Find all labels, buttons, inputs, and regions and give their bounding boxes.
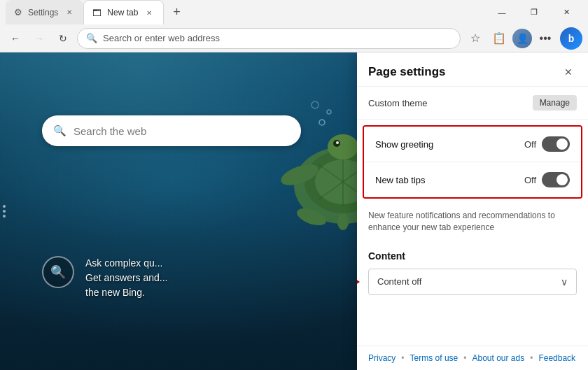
bing-icon[interactable]: b (560, 27, 582, 50)
bing-content: 🔍 Ask complex qu... Get answers and... t… (42, 256, 168, 300)
settings-title: Page settings (368, 65, 446, 79)
footer-sep-3: • (530, 353, 533, 363)
main-content: ⚙ 🔍 Search the web 🔍 Ask complex qu... G… (0, 52, 588, 370)
bing-get-text: Get answers and... (85, 271, 168, 285)
back-button[interactable]: ← (6, 29, 25, 48)
show-greeting-toggle[interactable] (542, 136, 570, 152)
settings-tab-icon: ⚙ (14, 7, 22, 17)
settings-description: New feature notifications and recommenda… (357, 204, 588, 242)
svg-point-13 (337, 213, 349, 230)
newtab-search-bar[interactable]: 🔍 Search the web (42, 115, 301, 146)
footer-sep-2: • (463, 353, 466, 363)
newtab-search-icon: 🔍 (53, 124, 66, 137)
content-section: Content Content off ∨ (357, 242, 588, 301)
svg-point-14 (319, 120, 325, 125)
terms-link[interactable]: Terms of use (410, 353, 458, 363)
left-menu-dots (3, 205, 6, 218)
manage-button[interactable]: Manage (533, 95, 577, 111)
maximize-button[interactable]: ❐ (518, 0, 550, 24)
show-greeting-row: Show greeting Off (364, 127, 581, 162)
content-label: Content (368, 250, 577, 262)
settings-tab-close[interactable]: ✕ (64, 7, 75, 18)
minimize-button[interactable]: — (486, 0, 518, 24)
content-dropdown[interactable]: Content off ∨ (368, 269, 577, 295)
footer-sep-1: • (401, 353, 404, 363)
new-tab-tips-state: Off (524, 175, 536, 185)
bing-name-text: the new Bing. (85, 285, 168, 300)
bing-ask-text: Ask complex qu... (85, 256, 168, 271)
settings-body[interactable]: Custom theme Manage Show greeting Off Ne… (357, 87, 588, 346)
forward-button[interactable]: → (29, 29, 49, 48)
newtab-search-placeholder: Search the web (74, 125, 146, 137)
bing-text-block: Ask complex qu... Get answers and... the… (85, 256, 168, 300)
feedback-link[interactable]: Feedback (538, 353, 575, 363)
browser-chrome: ⚙ Settings ✕ 🗔 New tab ✕ + — ❐ ✕ ← → ↻ 🔍… (0, 0, 588, 52)
settings-tab-label: Settings (28, 8, 58, 17)
new-tab-tab-close[interactable]: ✕ (144, 7, 155, 18)
custom-theme-row: Custom theme Manage (357, 87, 588, 120)
address-placeholder: Search or enter web address (103, 33, 220, 43)
svg-point-15 (327, 110, 331, 114)
new-tab-tips-toggle[interactable] (542, 172, 570, 187)
new-tab-tips-row: New tab tips Off (364, 162, 581, 197)
tab-new-tab[interactable]: 🗔 New tab ✕ (83, 0, 164, 24)
search-icon: 🔍 (86, 33, 97, 43)
address-bar: ← → ↻ 🔍 Search or enter web address ☆ 📋 … (0, 24, 588, 52)
page-settings-panel: Page settings ✕ Custom theme Manage Show… (357, 52, 588, 370)
new-tab-tips-label: New tab tips (375, 175, 426, 185)
settings-header: Page settings ✕ (357, 52, 588, 87)
tab-settings[interactable]: ⚙ Settings ✕ (6, 0, 83, 24)
new-tab-label: New tab (107, 8, 138, 17)
settings-footer: Privacy • Terms of use • About our ads •… (357, 346, 588, 370)
show-greeting-state: Off (524, 139, 536, 150)
favorites-icon[interactable]: ☆ (465, 28, 486, 49)
show-greeting-label: Show greeting (375, 139, 433, 150)
title-bar: ⚙ Settings ✕ 🗔 New tab ✕ + — ❐ ✕ (0, 0, 588, 24)
new-tab-button[interactable]: + (167, 3, 186, 22)
settings-close-button[interactable]: ✕ (560, 64, 577, 80)
svg-point-8 (336, 141, 339, 144)
collections-icon[interactable]: 📋 (489, 28, 510, 49)
ads-link[interactable]: About our ads (472, 353, 524, 363)
bing-search-button[interactable]: 🔍 (42, 256, 74, 288)
arrow-head (357, 276, 360, 287)
new-tab-tips-right: Off (524, 172, 570, 187)
svg-point-16 (312, 101, 318, 108)
custom-theme-label: Custom theme (368, 98, 428, 108)
avatar[interactable]: 👤 (512, 29, 532, 48)
new-tab-tab-icon: 🗔 (92, 8, 102, 18)
privacy-link[interactable]: Privacy (368, 353, 396, 363)
content-dropdown-value: Content off (377, 276, 421, 287)
window-controls: — ❐ ✕ (486, 0, 582, 24)
reload-button[interactable]: ↻ (53, 29, 73, 48)
svg-point-6 (328, 134, 358, 159)
close-button[interactable]: ✕ (550, 0, 582, 24)
highlighted-section: Show greeting Off New tab tips Off (363, 125, 582, 199)
dropdown-chevron-icon: ∨ (561, 276, 568, 287)
toolbar-icons: ☆ 📋 👤 ••• (465, 28, 556, 49)
red-arrow (357, 275, 362, 289)
more-button[interactable]: ••• (535, 28, 556, 49)
address-input[interactable]: 🔍 Search or enter web address (77, 28, 461, 49)
show-greeting-right: Off (524, 136, 570, 152)
